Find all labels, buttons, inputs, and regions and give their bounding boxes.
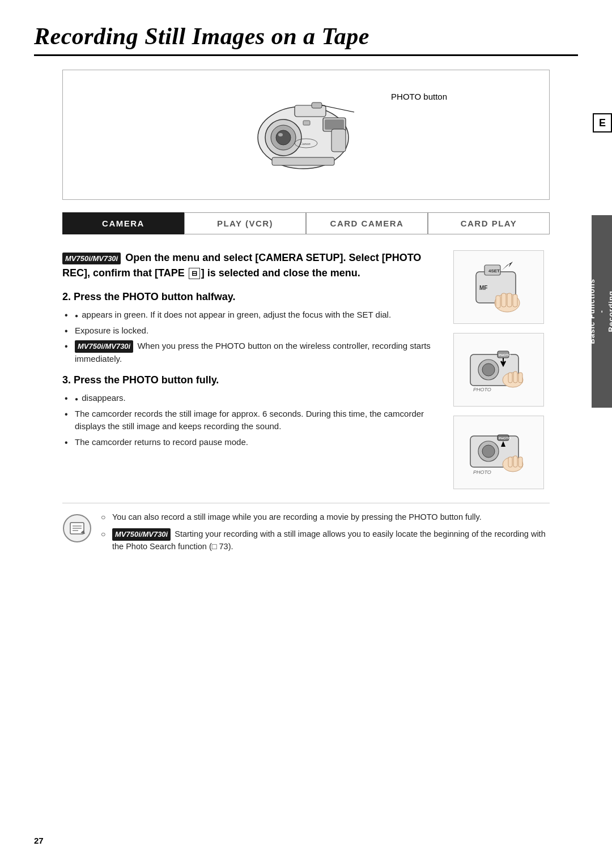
svg-point-26 — [482, 364, 495, 376]
svg-rect-21 — [507, 293, 512, 307]
svg-text:PHOTO: PHOTO — [473, 387, 491, 392]
tab-card-camera[interactable]: CARD CAMERA — [306, 212, 428, 234]
tape-icon: ⊟ — [189, 268, 200, 279]
step3-bullet-2: The camcorder records the still image fo… — [65, 408, 436, 433]
model-badge-note: MV750i/MV730i — [112, 528, 171, 541]
mode-tabs: CAMERA PLAY (VCR) CARD CAMERA CARD PLAY — [62, 212, 550, 234]
photo-button-label: PHOTO button — [391, 92, 447, 101]
images-column: 4SET MF — [448, 250, 550, 489]
svg-rect-8 — [312, 102, 322, 108]
svg-text:PHOTO: PHOTO — [499, 353, 511, 357]
note-line-2: MV750i/MV730i Starting your recording wi… — [101, 528, 550, 553]
svg-text:PHOTO: PHOTO — [499, 437, 511, 440]
svg-rect-20 — [502, 293, 506, 307]
page-number: 27 — [34, 836, 44, 845]
svg-rect-31 — [508, 373, 512, 383]
svg-rect-14 — [303, 121, 310, 125]
main-content: MV750i/MV730i Open the menu and select [… — [62, 250, 550, 489]
tab-play-vcr[interactable]: PLAY (VCR) — [184, 212, 306, 234]
page-title: Recording Still Images on a Tape — [34, 23, 578, 50]
svg-rect-22 — [513, 294, 517, 307]
illus-photo-halfway: PHOTO PHOTO — [453, 333, 544, 407]
step2-bullet-2: Exposure is locked. — [65, 324, 436, 337]
svg-text:MF: MF — [479, 285, 487, 291]
step3-bullets: disappears. The camcorder records the st… — [62, 392, 436, 448]
step2-bullet-3: MV750i/MV730i When you press the PHOTO b… — [65, 340, 436, 365]
svg-text:Canon: Canon — [300, 142, 311, 146]
svg-point-3 — [276, 130, 291, 145]
step2-heading: 2. Press the PHOTO button halfway. — [62, 291, 436, 303]
step3-bullet-1: disappears. — [65, 392, 436, 405]
svg-rect-42 — [508, 457, 512, 467]
svg-rect-32 — [513, 371, 517, 383]
model-badge-2: MV750i/MV730i — [75, 340, 133, 353]
camera-illustration: Canon — [215, 78, 397, 191]
illus-set-dial: 4SET MF — [453, 250, 544, 324]
svg-rect-6 — [325, 119, 344, 130]
svg-rect-33 — [518, 373, 522, 383]
tab-card-play[interactable]: CARD PLAY — [428, 212, 550, 234]
note-icon — [62, 514, 92, 543]
model-badge-1: MV750i/MV730i — [62, 253, 121, 265]
step2-bullet-1: appears in green. If it does not appear … — [65, 309, 436, 322]
svg-rect-13 — [272, 157, 334, 165]
step1-text: MV750i/MV730i Open the menu and select [… — [62, 250, 436, 281]
illus-photo-fully: PHOTO PHOTO — [453, 416, 544, 489]
svg-point-4 — [278, 133, 283, 136]
title-divider — [34, 54, 578, 56]
step3-heading: 3. Press the PHOTO button fully. — [62, 374, 436, 386]
svg-rect-19 — [496, 296, 500, 308]
svg-text:4SET: 4SET — [488, 268, 500, 273]
svg-rect-44 — [518, 457, 522, 467]
side-label-text: Basic Functions - Recording — [588, 279, 612, 344]
svg-rect-12 — [332, 129, 346, 152]
note-texts: You can also record a still image while … — [101, 511, 550, 557]
note-line-1: You can also record a still image while … — [101, 511, 550, 524]
text-content: MV750i/MV730i Open the menu and select [… — [62, 250, 448, 489]
side-label: Basic Functions - Recording — [592, 215, 612, 408]
tab-camera[interactable]: CAMERA — [62, 212, 184, 234]
camera-image-box: Canon PHOTO button — [62, 70, 550, 200]
step2-bullets: appears in green. If it does not appear … — [62, 309, 436, 365]
note-box: You can also record a still image while … — [62, 503, 550, 557]
e-label: E — [593, 113, 612, 132]
step3-bullet-3: The camcorder returns to record pause mo… — [65, 436, 436, 449]
svg-rect-43 — [513, 456, 517, 467]
svg-point-37 — [482, 445, 495, 457]
svg-text:PHOTO: PHOTO — [473, 469, 491, 475]
